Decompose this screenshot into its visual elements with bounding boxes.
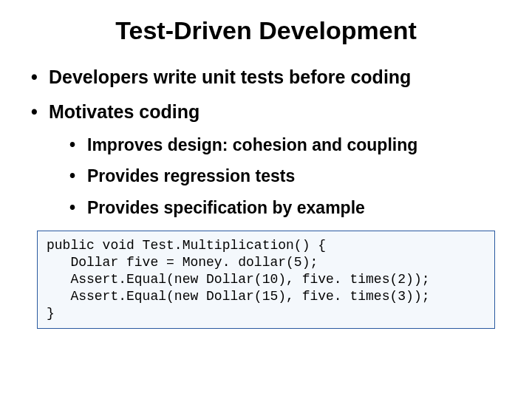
bullet-text: Motivates coding xyxy=(49,101,200,122)
bullet-text: Developers write unit tests before codin… xyxy=(49,66,411,87)
slide-title: Test-Driven Development xyxy=(27,16,505,45)
bullet-item: Motivates coding Improves design: cohesi… xyxy=(30,100,505,219)
bullet-item: Developers write unit tests before codin… xyxy=(30,66,505,89)
slide: Test-Driven Development Developers write… xyxy=(0,0,532,399)
bullet-list: Developers write unit tests before codin… xyxy=(30,66,505,219)
sub-bullet-item: Provides regression tests xyxy=(68,166,505,187)
code-example: public void Test.Multiplication() { Doll… xyxy=(37,231,495,329)
sub-bullet-item: Provides specification by example xyxy=(68,197,505,219)
sub-bullet-item: Improves design: cohesion and coupling xyxy=(68,134,505,156)
sub-bullet-list: Improves design: cohesion and coupling P… xyxy=(68,134,505,219)
